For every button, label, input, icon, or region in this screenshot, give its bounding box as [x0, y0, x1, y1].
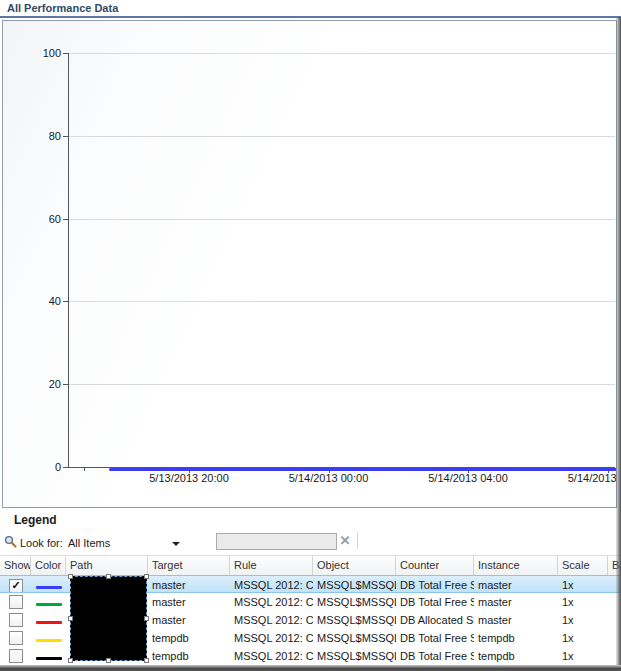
show-checkbox[interactable]	[9, 649, 23, 663]
y-axis-label: 80	[19, 130, 61, 142]
selection-resize-handle[interactable]	[68, 574, 73, 579]
window-edge-right	[616, 17, 621, 671]
cell-counter: DB Total Free Sp...	[396, 647, 474, 665]
y-axis-label: 20	[19, 378, 61, 390]
cell-target: tempdb	[148, 647, 230, 665]
search-icon	[4, 535, 17, 548]
series-color-swatch	[36, 621, 62, 624]
cell-scale: 1x	[558, 576, 608, 592]
column-header-scale[interactable]: Scale	[558, 556, 608, 575]
y-axis-label: 100	[19, 47, 61, 59]
column-header-show[interactable]: Show	[0, 556, 31, 575]
cell-rule: MSSQL 2012: Co...	[230, 576, 313, 592]
selection-resize-handle[interactable]	[144, 658, 149, 663]
y-axis-label: 40	[19, 295, 61, 307]
legend-search-input[interactable]	[216, 533, 337, 550]
x-axis-label: 5/14/2013 04:00	[420, 472, 516, 484]
cell-instance: tempdb	[474, 629, 558, 647]
legend-toolbar: Look for: All Items ✕	[0, 531, 621, 555]
show-checkbox[interactable]	[9, 631, 23, 645]
chart-gridline	[69, 384, 615, 385]
selection-resize-handle[interactable]	[144, 616, 149, 621]
cell-target: master	[148, 593, 230, 611]
cell-rule: MSSQL 2012: Co...	[230, 593, 313, 611]
x-axis-label: 5/13/2013 20:00	[141, 472, 237, 484]
page-title: All Performance Data	[7, 1, 118, 16]
cell-object: MSSQL$MSSQLS...	[313, 611, 396, 629]
cell-rule: MSSQL 2012: Co...	[230, 647, 313, 665]
selection-resize-handle[interactable]	[68, 658, 73, 663]
cell-counter: DB Total Free Sp...	[396, 629, 474, 647]
show-checkbox[interactable]: ✓	[9, 579, 23, 592]
series-color-swatch	[36, 657, 62, 660]
selection-resize-handle[interactable]	[144, 574, 149, 579]
cell-instance: tempdb	[474, 647, 558, 665]
cell-target: master	[148, 576, 230, 592]
legend-table-header: ShowColorPathTargetRuleObjectCounterInst…	[0, 555, 621, 575]
cell-scale: 1x	[558, 611, 608, 629]
column-header-instance[interactable]: Instance	[474, 556, 558, 575]
cell-counter: DB Total Free Sp...	[396, 576, 474, 592]
show-checkbox[interactable]	[9, 613, 23, 627]
cell-instance: master	[474, 593, 558, 611]
performance-view: All Performance Data 0204060801005/13/20…	[0, 0, 621, 671]
cell-counter: DB Allocated Siz...	[396, 611, 474, 629]
show-checkbox[interactable]	[9, 595, 23, 609]
series-color-swatch	[36, 586, 62, 589]
column-header-color[interactable]: Color	[31, 556, 66, 575]
column-header-target[interactable]: Target	[148, 556, 230, 575]
toolbar-separator	[357, 533, 358, 549]
series-color-swatch	[36, 639, 62, 642]
chevron-down-icon[interactable]	[172, 542, 180, 546]
legend-section-title: Legend	[14, 513, 57, 527]
cell-scale: 1x	[558, 629, 608, 647]
selection-resize-handle[interactable]	[106, 658, 111, 663]
cell-rule: MSSQL 2012: Co...	[230, 629, 313, 647]
y-axis-label: 60	[19, 213, 61, 225]
look-for-label: Look for:	[20, 537, 63, 549]
title-divider	[0, 16, 621, 18]
chart-gridline	[69, 301, 615, 302]
column-header-path[interactable]: Path	[66, 556, 148, 575]
chart-gridline	[69, 136, 615, 137]
cell-object: MSSQL$MSSQLS...	[313, 629, 396, 647]
window-edge-bottom	[0, 665, 621, 671]
chart-gridline	[69, 53, 615, 54]
cell-target: tempdb	[148, 629, 230, 647]
y-axis-label: 0	[19, 461, 61, 473]
clear-search-button[interactable]: ✕	[336, 532, 354, 550]
series-line	[109, 468, 617, 471]
redaction-selection-box[interactable]	[70, 576, 147, 661]
chart-gridline	[69, 219, 615, 220]
x-axis-minor-tick	[84, 468, 85, 471]
series-color-swatch	[36, 603, 62, 606]
cell-target: master	[148, 611, 230, 629]
cell-object: MSSQL$MSSQLS...	[313, 647, 396, 665]
cell-object: MSSQL$MSSQLS...	[313, 576, 396, 592]
column-header-object[interactable]: Object	[313, 556, 396, 575]
cell-scale: 1x	[558, 593, 608, 611]
cell-instance: master	[474, 576, 558, 592]
x-axis-label: 5/14/2013 08:00	[560, 472, 618, 484]
cell-counter: DB Total Free Sp...	[396, 593, 474, 611]
selection-resize-handle[interactable]	[106, 574, 111, 579]
cell-scale: 1x	[558, 647, 608, 665]
x-axis-label: 5/14/2013 00:00	[281, 472, 377, 484]
column-header-counter[interactable]: Counter	[396, 556, 474, 575]
y-axis	[68, 53, 69, 467]
cell-object: MSSQL$MSSQLS...	[313, 593, 396, 611]
selection-resize-handle[interactable]	[68, 616, 73, 621]
performance-chart: 0204060801005/13/2013 20:005/14/2013 00:…	[2, 20, 617, 508]
cell-instance: master	[474, 611, 558, 629]
cell-rule: MSSQL 2012: Co...	[230, 611, 313, 629]
column-header-rule[interactable]: Rule	[230, 556, 313, 575]
